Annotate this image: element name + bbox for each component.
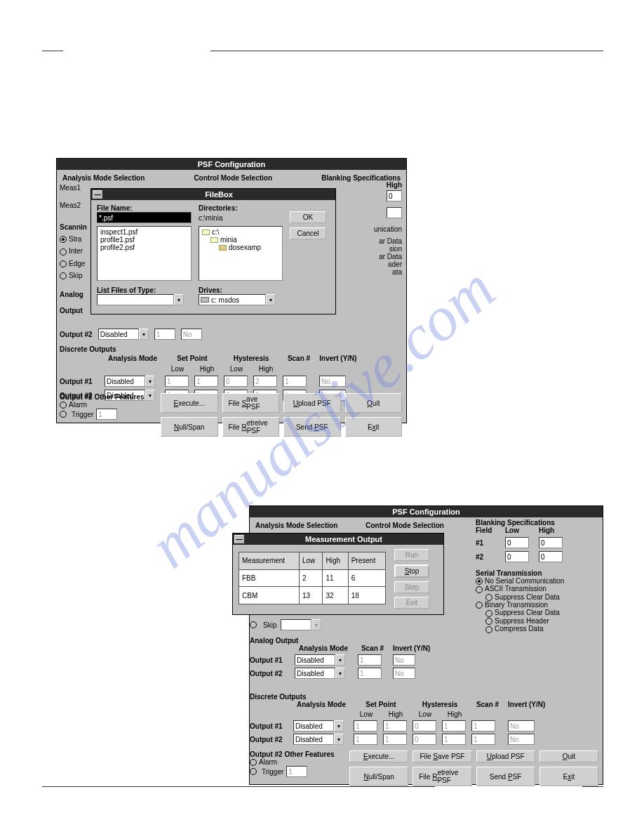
- radio-trigger[interactable]: [250, 768, 257, 775]
- radio-compress[interactable]: [485, 626, 492, 633]
- file-retrieve-psf-button[interactable]: File Retreive PSF: [222, 417, 280, 437]
- radio-ascii[interactable]: [476, 586, 483, 593]
- execute-button[interactable]: Execute...: [161, 393, 218, 413]
- d2-hlow[interactable]: 0: [412, 734, 436, 745]
- quit-button[interactable]: Quit: [539, 750, 598, 762]
- upload-psf-button[interactable]: Upload PSF: [476, 750, 535, 762]
- skip-dropdown[interactable]: ▾: [281, 619, 321, 630]
- d2-hhigh[interactable]: 1: [442, 734, 466, 745]
- file-save-psf-button[interactable]: File Save PSF: [222, 393, 280, 413]
- run-button[interactable]: Run: [394, 549, 429, 561]
- exit-button[interactable]: Exit: [345, 417, 403, 437]
- d1-hlow[interactable]: 0: [412, 720, 436, 732]
- directory-tree[interactable]: c:\ minia dosexamp: [199, 226, 283, 281]
- d1-low[interactable]: 1: [165, 376, 189, 387]
- execute-button[interactable]: Execute...: [349, 750, 408, 762]
- d2-low[interactable]: 1: [354, 734, 377, 745]
- sysmenu-icon[interactable]: —: [93, 190, 102, 199]
- chevron-down-icon[interactable]: ▾: [145, 376, 155, 387]
- radio-binary[interactable]: [476, 602, 483, 609]
- blanking-2-high[interactable]: 0: [539, 551, 563, 562]
- radio-alarm[interactable]: [60, 402, 67, 409]
- null-span-button[interactable]: Null/Span: [161, 417, 218, 437]
- quit-button[interactable]: Quit: [345, 393, 403, 413]
- chevron-down-icon[interactable]: ▾: [174, 294, 184, 305]
- tree-item[interactable]: c:\: [212, 228, 220, 236]
- radio-trigger[interactable]: [60, 411, 67, 418]
- d1-low[interactable]: 1: [354, 720, 377, 732]
- high-label: High: [374, 181, 402, 189]
- file-retrieve-psf-button[interactable]: File Retreive PSF: [412, 767, 471, 786]
- chevron-down-icon[interactable]: ▾: [335, 668, 345, 679]
- discrete1-mode-dropdown[interactable]: Disabled▾: [105, 376, 161, 387]
- analog1-scan[interactable]: 1: [358, 654, 382, 666]
- tree-item[interactable]: dosexamp: [229, 244, 261, 251]
- null-span-button[interactable]: Null/Span: [349, 767, 408, 786]
- radio-edge[interactable]: [60, 260, 67, 267]
- file-item[interactable]: profile1.psf: [100, 236, 188, 244]
- radio-skip[interactable]: [250, 621, 257, 628]
- analog1-invert[interactable]: No: [393, 654, 415, 666]
- filename-input[interactable]: *.psf: [97, 212, 192, 223]
- chevron-down-icon[interactable]: ▾: [334, 720, 344, 732]
- analog1-mode-dropdown[interactable]: Disabled▾: [295, 654, 352, 666]
- analog2-invert[interactable]: No: [393, 668, 415, 679]
- radio-alarm[interactable]: [250, 759, 257, 766]
- file-item[interactable]: inspect1.psf: [100, 228, 188, 236]
- blanking-1-low[interactable]: 0: [505, 537, 529, 548]
- analog2-scan[interactable]: 1: [358, 668, 382, 679]
- d2-high[interactable]: 1: [383, 734, 407, 745]
- listtype-dropdown[interactable]: ▾: [97, 294, 184, 305]
- d1-hhigh[interactable]: 1: [442, 720, 466, 732]
- blanking-2-low[interactable]: 0: [505, 551, 529, 562]
- d1-invert[interactable]: No: [319, 376, 346, 387]
- chevron-down-icon[interactable]: ▾: [266, 294, 276, 305]
- upload-psf-button[interactable]: Upload PSF: [283, 393, 341, 413]
- chevron-down-icon[interactable]: ▾: [335, 654, 345, 666]
- d1-high[interactable]: 1: [383, 720, 407, 732]
- discrete2-mode-dropdown[interactable]: Disabled▾: [293, 734, 349, 745]
- trigger-input[interactable]: 1: [96, 409, 117, 420]
- blanking-1-high[interactable]: 0: [539, 537, 563, 548]
- file-list[interactable]: inspect1.psf profile1.psf profile2.psf: [97, 226, 192, 281]
- ok-button[interactable]: OK: [290, 211, 326, 223]
- chevron-down-icon[interactable]: ▾: [311, 619, 321, 630]
- blanking-input[interactable]: 0: [387, 190, 402, 201]
- radio-skip[interactable]: [60, 272, 67, 279]
- d1-hlow[interactable]: 0: [224, 376, 248, 387]
- d1-high[interactable]: 1: [194, 376, 218, 387]
- d2-invert[interactable]: No: [508, 734, 535, 745]
- exit-button[interactable]: Exit: [394, 597, 429, 609]
- chevron-down-icon[interactable]: ▾: [334, 734, 344, 745]
- output2-scan-input[interactable]: 1: [154, 329, 175, 340]
- cancel-button[interactable]: Cancel: [290, 227, 326, 239]
- d1-hhigh[interactable]: 2: [253, 376, 277, 387]
- chevron-down-icon[interactable]: ▾: [139, 329, 149, 340]
- radio-inter[interactable]: [60, 249, 67, 256]
- radio-suppress-header[interactable]: [485, 618, 492, 625]
- d2-scan[interactable]: 1: [471, 734, 495, 745]
- trigger-input[interactable]: 1: [286, 766, 307, 777]
- sysmenu-icon[interactable]: —: [234, 535, 244, 543]
- radio-stra[interactable]: [60, 236, 67, 243]
- file-save-psf-button[interactable]: File Save PSF: [412, 750, 471, 762]
- send-psf-button[interactable]: Send PSF: [476, 767, 535, 786]
- radio-suppress-clear2[interactable]: [485, 610, 492, 617]
- discrete1-mode-dropdown[interactable]: Disabled▾: [293, 720, 349, 732]
- d1-invert[interactable]: No: [508, 720, 535, 732]
- file-item[interactable]: profile2.psf: [100, 244, 188, 251]
- blanking-input[interactable]: [387, 207, 402, 218]
- radio-no-serial[interactable]: [476, 578, 483, 585]
- d1-scan[interactable]: 1: [283, 376, 307, 387]
- drives-dropdown[interactable]: c: msdos ▾: [199, 294, 276, 305]
- radio-suppress-clear[interactable]: [485, 594, 492, 601]
- d1-scan[interactable]: 1: [471, 720, 495, 732]
- output2-mode-dropdown[interactable]: Disabled ▾: [98, 329, 149, 340]
- step-button[interactable]: Step: [394, 581, 429, 593]
- stop-button[interactable]: Stop: [394, 564, 429, 578]
- tree-item[interactable]: minia: [220, 236, 237, 244]
- output2-invert-input[interactable]: No: [181, 329, 202, 340]
- exit-button[interactable]: Exit: [539, 767, 598, 786]
- send-psf-button[interactable]: Send PSF: [283, 417, 341, 437]
- analog2-mode-dropdown[interactable]: Disabled▾: [295, 668, 352, 679]
